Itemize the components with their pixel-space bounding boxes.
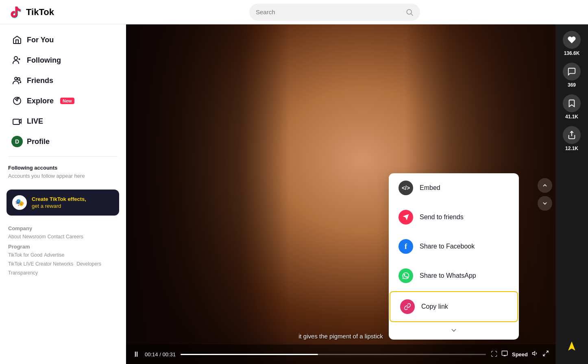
bookmark-icon-circle [563,94,581,112]
svg-point-3 [15,77,17,80]
logo-text: TikTok [26,7,54,17]
fullscreen-button[interactable] [542,350,549,358]
new-badge: New [60,98,74,104]
profile-avatar: D [11,136,23,147]
facebook-icon: f [399,239,413,254]
program-heading: Program [8,244,118,250]
sidebar-item-profile[interactable]: D Profile [3,132,122,151]
sidebar-label-profile: Profile [27,137,50,146]
comment-icon [567,67,576,76]
search-bar [249,4,420,21]
effects-text-area: Create TikTok effects, get a reward [32,196,86,209]
footer-link-about[interactable]: About [8,234,21,240]
time-display: 00:14 / 00:31 [145,351,176,357]
share-embed-item[interactable]: </> Embed [389,173,519,203]
footer-link-careers[interactable]: Careers [66,234,83,240]
send-friends-icon [399,210,413,225]
explore-icon [11,95,23,107]
footer-link-transparency[interactable]: Transparency [8,270,38,276]
time-current: 00:14 [145,351,158,357]
search-button[interactable] [405,8,414,16]
speed-button[interactable]: Speed [512,351,528,357]
logo-area: TikTok [10,6,91,19]
sidebar-divider [8,156,118,157]
sidebar-label-explore: Explore [27,97,54,105]
progress-bar[interactable] [181,354,486,355]
effects-subtitle: get a reward [32,203,86,209]
copy-link-label: Copy link [421,303,448,310]
svg-line-1 [411,13,413,15]
svg-line-11 [546,351,548,353]
video-nav-up[interactable] [538,178,552,193]
bookmark-icon [567,99,576,108]
create-effects-banner[interactable]: 🎭 Create TikTok effects, get a reward [7,190,119,216]
company-heading: Company [8,225,118,231]
copy-link-icon [400,299,415,314]
sidebar-label-friends: Friends [27,76,53,85]
sidebar-item-live[interactable]: LIVE [3,111,122,131]
sidebar-item-following[interactable]: Following [3,50,122,70]
share-friends-item[interactable]: Send to friends [389,203,519,232]
sidebar-item-for-you[interactable]: For You [3,30,122,50]
share-icon-circle [563,126,581,144]
friends-icon [11,75,23,86]
send-icon [402,214,409,221]
share-more-row[interactable] [389,323,519,340]
like-count: 136.6K [564,50,580,56]
right-sidebar: 136.6K 369 41.1K [555,24,588,364]
send-friends-label: Send to friends [420,214,464,221]
bookmark-count: 41.1K [565,114,578,120]
svg-marker-10 [532,351,535,355]
share-icon [567,131,576,139]
following-accounts-title: Following accounts [8,165,118,171]
play-pause-button[interactable]: ⏸ [133,350,140,359]
footer-link-live-creators[interactable]: TikTok LIVE Creator Networks [8,261,73,268]
effects-icon: 🎭 [12,195,27,210]
heart-icon [567,35,576,44]
following-icon [11,54,23,66]
footer-link-contact[interactable]: Contact [48,234,64,240]
whatsapp-label: Share to WhatsApp [420,272,476,279]
tiktok-logo-icon [10,6,23,19]
volume-button[interactable] [532,350,538,358]
mini-player-button[interactable]: ⛶ [491,351,497,358]
facebook-label: Share to Facebook [420,243,475,250]
fullscreen-icon [542,350,549,357]
comment-button[interactable]: 369 [563,63,581,88]
share-facebook-item[interactable]: f Share to Facebook [389,232,519,261]
sidebar-label-following: Following [27,56,61,65]
live-icon [11,116,23,127]
video-left-overlay [126,24,289,364]
video-area: it gives the pigment of a lipstick ⏸ 00:… [126,24,555,364]
copy-link-item[interactable]: Copy link [390,291,518,322]
share-count: 12.1K [565,146,578,151]
volume-icon [532,350,538,357]
footer-link-advertise[interactable]: Advertise [44,252,64,259]
share-whatsapp-item[interactable]: Share to WhatsApp [389,261,519,290]
screen-icon [501,350,508,357]
like-button[interactable]: 136.6K [563,31,581,56]
share-button[interactable]: 12.1K [563,126,581,151]
time-total: 00:31 [162,351,176,357]
share-popup: </> Embed Send to friends f Share to Fac… [389,173,519,340]
progress-fill [181,354,318,355]
video-nav-down[interactable] [538,196,552,211]
sidebar-item-explore[interactable]: Explore New [3,91,122,111]
chevron-down-icon [542,200,548,207]
svg-line-12 [543,354,545,356]
video-nav [538,178,552,211]
bookmark-button[interactable]: 41.1K [563,94,581,120]
embed-icon: </> [399,181,413,195]
search-bar-wrapper [91,4,578,21]
sidebar-item-friends[interactable]: Friends [3,71,122,90]
svg-point-2 [14,57,17,60]
following-accounts-section: Following accounts Accounts you follow a… [0,161,126,183]
footer-link-developers[interactable]: Developers [76,261,101,268]
search-input[interactable] [256,9,402,15]
search-icon [405,8,414,16]
upload-arrow-button[interactable] [566,340,578,353]
footer-link-tiktok-good[interactable]: TikTok for Good [8,252,42,259]
screen-mode-button[interactable] [501,350,508,358]
footer-link-newsroom[interactable]: Newsroom [22,234,46,240]
video-controls-bar: ⏸ 00:14 / 00:31 ⛶ Speed [126,344,555,364]
